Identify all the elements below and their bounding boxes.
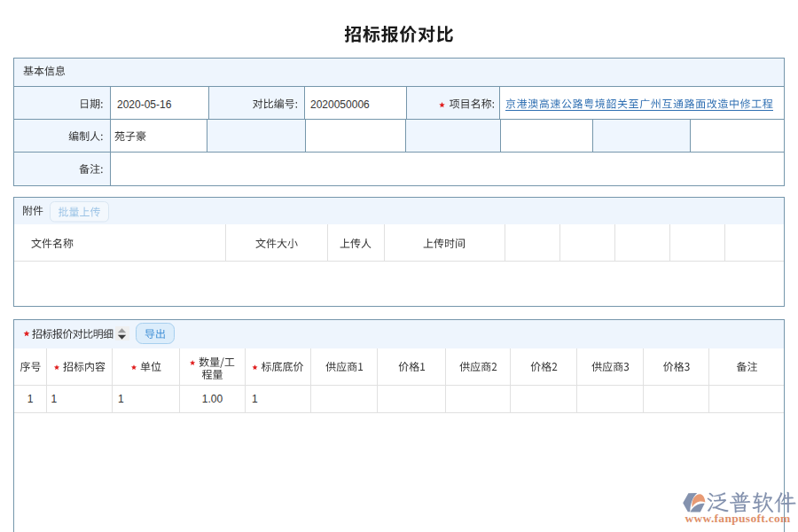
svg-text:1: 1 — [51, 393, 58, 405]
svg-text:1: 1 — [118, 393, 124, 405]
svg-text:www.fanpusoft.com: www.fanpusoft.com — [685, 512, 792, 525]
svg-text:2020050006: 2020050006 — [310, 98, 370, 111]
svg-text:1: 1 — [27, 393, 34, 405]
svg-text:2020-05-16: 2020-05-16 — [117, 98, 172, 111]
svg-text:1: 1 — [252, 393, 258, 405]
svg-text:1.00: 1.00 — [202, 393, 223, 405]
